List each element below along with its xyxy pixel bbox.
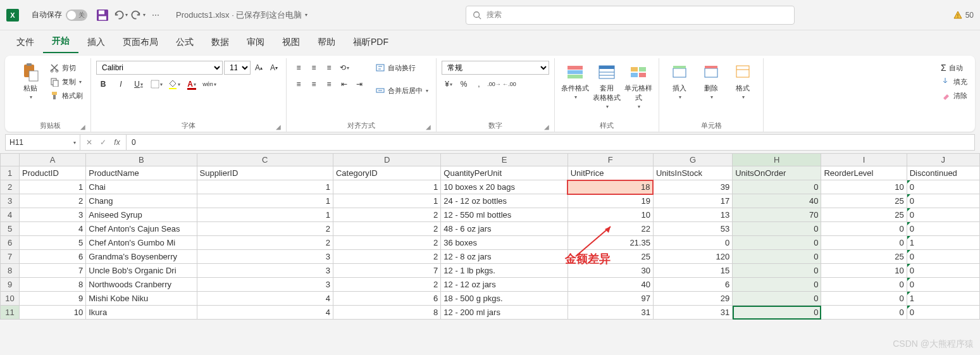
clear-button[interactable]: 清除 <box>938 89 970 103</box>
cell-H11[interactable]: 0 <box>733 306 821 320</box>
cell-I9[interactable]: 0 <box>821 278 907 292</box>
cell-D9[interactable]: 2 <box>333 278 440 292</box>
cell-B5[interactable]: Chef Anton's Cajun Seas <box>86 222 197 236</box>
align-top-icon[interactable]: ≡ <box>292 61 306 75</box>
cell-G1[interactable]: UnitsInStock <box>653 166 732 180</box>
format-as-table-button[interactable]: 套用 表格格式▾ <box>592 61 622 111</box>
cell-I11[interactable]: 0 <box>821 306 907 320</box>
cell-B10[interactable]: Mishi Kobe Niku <box>86 292 197 306</box>
col-header-J[interactable]: J <box>907 154 979 166</box>
number-format-select[interactable]: 常规 <box>442 61 549 75</box>
toggle-switch[interactable]: 关 <box>66 9 87 21</box>
row-header-8[interactable]: 8 <box>1 264 20 278</box>
col-header-D[interactable]: D <box>333 154 440 166</box>
fill-button[interactable]: 填充 <box>938 75 970 89</box>
cell-C1[interactable]: SupplierID <box>197 166 333 180</box>
cell-J2[interactable]: 0 <box>907 180 979 194</box>
cell-B7[interactable]: Grandma's Boysenberry <box>86 250 197 264</box>
row-header-6[interactable]: 6 <box>1 236 20 250</box>
col-header-G[interactable]: G <box>653 154 732 166</box>
cell-H4[interactable]: 70 <box>733 208 821 222</box>
cell-C2[interactable]: 1 <box>197 180 333 194</box>
tab-data[interactable]: 数据 <box>202 32 238 53</box>
enter-formula-icon[interactable]: ✓ <box>97 138 109 147</box>
tab-file[interactable]: 文件 <box>8 32 43 53</box>
cell-E11[interactable]: 12 - 200 ml jars <box>441 306 568 320</box>
cell-H6[interactable]: 0 <box>733 236 821 250</box>
align-launcher-icon[interactable]: ◢ <box>426 123 431 130</box>
cell-F2[interactable]: 18 <box>568 180 653 194</box>
cell-I5[interactable]: 0 <box>821 222 907 236</box>
cell-C5[interactable]: 2 <box>197 222 333 236</box>
row-header-11[interactable]: 11 <box>1 306 20 320</box>
tab-view[interactable]: 视图 <box>273 32 309 53</box>
cell-I4[interactable]: 25 <box>821 208 907 222</box>
cell-E2[interactable]: 10 boxes x 20 bags <box>441 180 568 194</box>
cell-A10[interactable]: 9 <box>20 292 86 306</box>
cell-I6[interactable]: 0 <box>821 236 907 250</box>
cell-F6[interactable]: 21.35 <box>568 236 653 250</box>
cell-A2[interactable]: 1 <box>20 180 86 194</box>
font-name-select[interactable]: Calibri <box>96 61 223 75</box>
cell-J7[interactable]: 0 <box>907 250 979 264</box>
cell-C8[interactable]: 3 <box>197 264 333 278</box>
cell-I1[interactable]: ReorderLevel <box>821 166 907 180</box>
cut-button[interactable]: 剪切 <box>47 61 85 75</box>
cell-B8[interactable]: Uncle Bob's Organic Dri <box>86 264 197 278</box>
insert-cells-button[interactable]: 插入▾ <box>664 61 695 101</box>
cell-E6[interactable]: 36 boxes <box>441 236 568 250</box>
row-header-9[interactable]: 9 <box>1 278 20 292</box>
cell-D11[interactable]: 8 <box>333 306 440 320</box>
cell-D1[interactable]: CategoryID <box>333 166 440 180</box>
cell-D4[interactable]: 2 <box>333 208 440 222</box>
cell-A7[interactable]: 6 <box>20 250 86 264</box>
cell-B3[interactable]: Chang <box>86 194 197 208</box>
cell-D3[interactable]: 1 <box>333 194 440 208</box>
cell-D2[interactable]: 1 <box>333 180 440 194</box>
align-left-icon[interactable]: ≡ <box>292 77 306 91</box>
number-launcher-icon[interactable]: ◢ <box>544 123 549 130</box>
cell-J5[interactable]: 0 <box>907 222 979 236</box>
cell-I7[interactable]: 25 <box>821 250 907 264</box>
cell-J1[interactable]: Discontinued <box>907 166 979 180</box>
col-header-B[interactable]: B <box>86 154 197 166</box>
cell-G9[interactable]: 6 <box>653 278 732 292</box>
cell-F9[interactable]: 40 <box>568 278 653 292</box>
tab-review[interactable]: 审阅 <box>238 32 273 53</box>
bold-button[interactable]: B <box>96 77 110 91</box>
cell-J11[interactable]: 0 <box>907 306 979 320</box>
save-icon[interactable] <box>95 8 110 23</box>
tab-help[interactable]: 帮助 <box>309 32 344 53</box>
cell-A8[interactable]: 7 <box>20 264 86 278</box>
borders-button[interactable]: ▾ <box>149 77 163 91</box>
cell-J9[interactable]: 0 <box>907 278 979 292</box>
cell-E9[interactable]: 12 - 12 oz jars <box>441 278 568 292</box>
cell-C4[interactable]: 1 <box>197 208 333 222</box>
search-input[interactable]: 搜索 <box>466 6 795 25</box>
row-header-1[interactable]: 1 <box>1 166 20 180</box>
cell-styles-button[interactable]: 单元格样式▾ <box>623 61 654 111</box>
cell-H2[interactable]: 0 <box>733 180 821 194</box>
cell-E7[interactable]: 12 - 8 oz jars <box>441 250 568 264</box>
cell-G11[interactable]: 31 <box>653 306 732 320</box>
cell-D10[interactable]: 6 <box>333 292 440 306</box>
cell-I3[interactable]: 25 <box>821 194 907 208</box>
cell-F4[interactable]: 10 <box>568 208 653 222</box>
increase-font-icon[interactable]: A▴ <box>252 61 266 75</box>
tab-formulas[interactable]: 公式 <box>167 32 202 53</box>
cell-G8[interactable]: 15 <box>653 264 732 278</box>
cell-H5[interactable]: 0 <box>733 222 821 236</box>
font-size-select[interactable]: 11 <box>224 61 251 75</box>
cell-J3[interactable]: 0 <box>907 194 979 208</box>
font-color-button[interactable]: A▾ <box>185 77 199 91</box>
decrease-decimal-icon[interactable]: ←.00 <box>502 77 516 91</box>
col-header-F[interactable]: F <box>568 154 653 166</box>
cell-C6[interactable]: 2 <box>197 236 333 250</box>
cell-A4[interactable]: 3 <box>20 208 86 222</box>
col-header-H[interactable]: H <box>733 154 821 166</box>
delete-cells-button[interactable]: 删除▾ <box>696 61 726 101</box>
cell-I10[interactable]: 0 <box>821 292 907 306</box>
cell-I2[interactable]: 10 <box>821 180 907 194</box>
cell-B2[interactable]: Chai <box>86 180 197 194</box>
comma-icon[interactable]: , <box>472 77 486 91</box>
